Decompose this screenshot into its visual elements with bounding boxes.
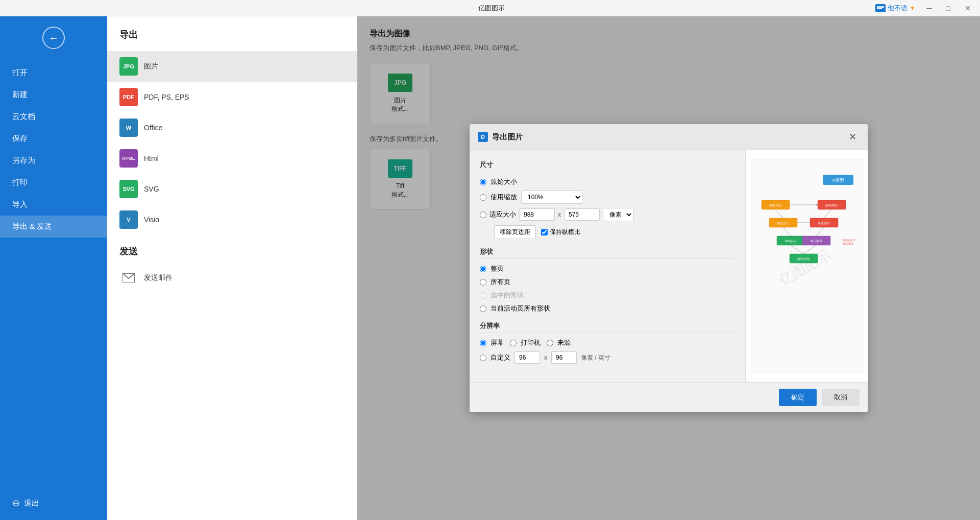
printer-resolution-option[interactable]: 打印机 [510,338,541,347]
svg-text:编码实现: 编码实现 [797,257,810,261]
sidebar-item-save[interactable]: 保存 [0,128,107,150]
modal-close-button[interactable]: ✕ [846,130,860,144]
confirm-button[interactable]: 确定 [779,389,817,406]
email-icon [119,269,138,287]
remove-margin-button[interactable]: 移除页边距 [494,225,536,239]
keep-ratio-checkbox-label[interactable]: 保持纵横比 [541,228,580,237]
sidebar-item-export[interactable]: 导出 & 发送 [0,216,107,238]
modal-left-panel: 尺寸 原始大小 使用缩放 100% [470,150,745,382]
svg-icon: SVG [119,180,138,198]
whole-page-label: 整页 [491,264,504,273]
svg-rect-2 [877,7,884,8]
modal-title-icon: D [478,132,488,142]
user-info: 他不语 ▼ [875,4,916,13]
current-active-label: 当前活动页所有形状 [491,304,550,313]
minimize-button[interactable]: ─ [924,3,935,13]
sidebar-item-new[interactable]: 新建 [0,84,107,106]
printer-label: 打印机 [521,338,541,347]
keep-ratio-checkbox[interactable] [541,229,548,235]
svg-text:确认测试: 确认测试 [843,242,853,245]
jpg-icon: JPG [119,57,138,76]
screen-radio[interactable] [480,340,486,346]
original-size-option[interactable]: 原始大小 [480,177,735,186]
scale-option[interactable]: 使用缩放 100% 50% 75% 150% 200% [480,191,735,204]
user-name: 他不语 [888,4,908,13]
sidebar-item-saveas[interactable]: 另存为 [0,150,107,172]
visio-icon: V [119,210,138,229]
size-radio-group: 原始大小 使用缩放 100% 50% 75% 150% [480,177,735,239]
source-radio[interactable] [547,340,553,346]
custom-resolution-radio[interactable] [480,354,486,361]
export-section-title: 导出 [107,16,357,51]
selected-shapes-radio [480,292,486,299]
all-pages-radio[interactable] [480,279,486,286]
main-layout: ← 打开 新建 云文档 保存 另存为 打印 导入 导出 & 发送 ⊖ 退出 [0,16,980,520]
resolution-section: 分辨率 屏幕 打印机 [480,321,735,364]
height-input[interactable] [564,208,600,221]
sidebar-item-import[interactable]: 导入 [0,194,107,216]
svg-text:系统设计: 系统设计 [777,221,789,225]
export-type-svg[interactable]: SVG SVG [107,174,357,204]
exit-icon: ⊖ [12,498,20,509]
modal-footer: 确定 取消 [470,382,868,412]
app-title: 亿图图示 [478,4,505,13]
resolution-radio-group: 屏幕 打印机 来源 [480,338,735,347]
maximize-button[interactable]: □ [943,3,953,13]
screen-label: 屏幕 [491,338,504,347]
size-section-title: 尺寸 [480,160,735,172]
whole-page-radio[interactable] [480,266,486,272]
export-type-office[interactable]: W Office [107,112,357,143]
custom-dpi-y-input[interactable] [551,351,577,364]
selected-shapes-option: 选中的形状 [480,291,735,300]
unit-select[interactable]: 像素 英寸 毫米 [603,208,633,221]
modal-title: D 导出图片 [478,132,523,142]
sidebar-item-print[interactable]: 打印 [0,172,107,194]
content-area: 导出为图像 保存为图片文件，比如BMP, JPEG, PNG, GIF格式。 J… [357,16,980,520]
back-icon: ← [48,32,59,44]
scale-radio[interactable] [480,194,486,201]
close-button[interactable]: ✕ [962,3,974,13]
user-dropdown-icon[interactable]: ▼ [910,5,916,12]
current-active-radio[interactable] [480,305,486,312]
svg-text:验收测试: 验收测试 [825,204,838,207]
preview-canvas: 亿图图示 V模型 需求分析 验收测试 [751,159,863,373]
whole-page-option[interactable]: 整页 [480,264,735,273]
selected-shapes-label: 选中的形状 [491,291,524,300]
export-type-pdf[interactable]: PDF PDF, PS, EPS [107,82,357,112]
sidebar-item-cloud[interactable]: 云文档 [0,106,107,128]
custom-resolution-label: 自定义 [491,353,510,362]
export-type-visio[interactable]: V Visio [107,204,357,235]
svg-text:详细设计: 详细设计 [785,239,797,243]
dpi-x-separator: x [544,354,547,361]
sidebar-item-open[interactable]: 打开 [0,62,107,84]
sidebar-item-exit[interactable]: ⊖ 退出 [0,491,107,515]
svg-text:V模型: V模型 [832,178,844,183]
export-type-jpg[interactable]: JPG 图片 [107,51,357,82]
current-active-option[interactable]: 当前活动页所有形状 [480,304,735,313]
dpi-unit-label: 像素 / 英寸 [581,353,610,362]
fit-size-radio[interactable] [480,211,486,218]
preview-diagram: 亿图图示 V模型 需求分析 验收测试 [751,159,863,373]
width-input[interactable] [519,208,555,221]
source-resolution-option[interactable]: 来源 [547,338,571,347]
user-icon [875,4,886,12]
html-icon: HTML [119,149,138,168]
printer-radio[interactable] [510,340,517,346]
middle-panel: 导出 JPG 图片 PDF PDF, PS, EPS W Office HTML… [107,16,357,520]
fit-size-option[interactable]: 适应大小 x 像素 英寸 毫米 [480,208,735,221]
modal-preview-panel: 亿图图示 V模型 需求分析 验收测试 [745,150,868,382]
custom-dpi-x-input[interactable] [514,351,540,364]
original-size-label: 原始大小 [491,177,517,186]
screen-resolution-option[interactable]: 屏幕 [480,338,504,347]
scale-select[interactable]: 100% 50% 75% 150% 200% [521,191,582,204]
cancel-button[interactable]: 取消 [822,389,860,406]
back-button[interactable]: ← [42,27,65,49]
all-pages-option[interactable]: 所有页 [480,277,735,287]
send-section-title: 发送 [107,235,357,263]
modal-overlay: D 导出图片 ✕ 尺寸 原始大小 [357,16,980,520]
send-email-item[interactable]: 发送邮件 [107,263,357,293]
export-image-modal: D 导出图片 ✕ 尺寸 原始大小 [470,124,868,412]
x-separator: x [558,211,561,218]
export-type-html[interactable]: HTML Html [107,143,357,174]
original-size-radio[interactable] [480,179,486,185]
